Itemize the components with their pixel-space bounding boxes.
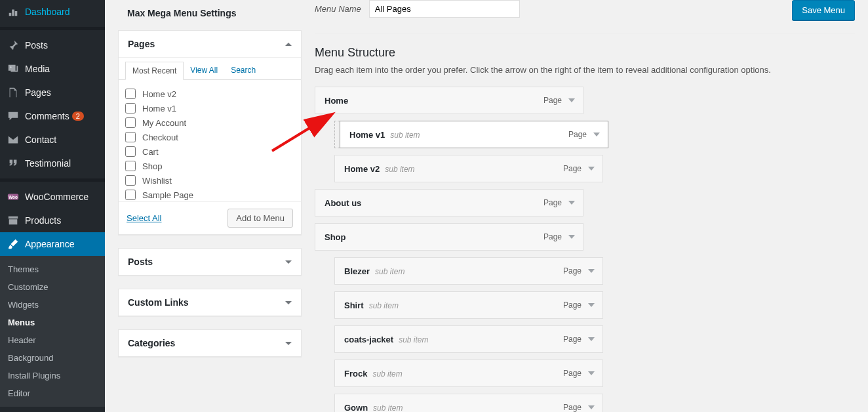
sidebar-item-comments[interactable]: Comments2 — [0, 104, 105, 128]
menu-item[interactable]: About usPage — [315, 189, 583, 216]
accordion-custom-links[interactable]: Custom Links — [119, 289, 301, 316]
sidebar-item-label: Contact — [25, 134, 56, 145]
menu-item-toggle[interactable]: Page — [563, 300, 595, 310]
menu-item-toggle[interactable]: Page — [543, 198, 575, 207]
submenu-item-widgets[interactable]: Widgets — [0, 296, 105, 314]
submenu-item-background[interactable]: Background — [0, 349, 105, 367]
chevron-down-icon — [588, 303, 595, 307]
page-checkbox[interactable] — [125, 117, 136, 128]
menu-item[interactable]: coats-jacketsub itemPage — [334, 325, 603, 353]
page-label: Home v1 — [142, 104, 176, 113]
menu-item-name: Home v2 — [344, 164, 380, 174]
menu-item-toggle[interactable]: Page — [543, 232, 575, 241]
page-checkbox[interactable] — [125, 103, 136, 113]
menu-item-name: Home v1 — [349, 130, 385, 140]
menu-item[interactable]: Shirtsub itemPage — [334, 291, 603, 319]
sidebar-item-label: Comments — [25, 111, 69, 121]
menu-item[interactable]: ShopPage — [315, 223, 583, 251]
submenu-item-menus[interactable]: Menus — [0, 314, 105, 331]
tab-most-recent[interactable]: Most Recent — [125, 62, 184, 80]
sidebar-item-testimonial[interactable]: Testimonial — [0, 152, 105, 175]
menu-item[interactable]: Home v2sub itemPage — [334, 155, 603, 182]
page-checkbox-row[interactable]: Sample Page — [125, 188, 294, 201]
menu-name-input[interactable] — [369, 0, 520, 18]
menu-item-name: About us — [325, 198, 361, 208]
submenu-item-header[interactable]: Header — [0, 331, 105, 349]
menu-item-toggle[interactable]: Page — [563, 403, 595, 412]
page-checkbox-row[interactable]: Cart — [125, 144, 294, 159]
accordion-categories[interactable]: Categories — [119, 330, 301, 356]
accordion-posts[interactable]: Posts — [119, 249, 301, 275]
select-all-link[interactable]: Select All — [127, 213, 161, 223]
accordion-mega-menu[interactable]: Max Mega Menu Settings — [118, 0, 302, 26]
submenu-item-customize[interactable]: Customize — [0, 278, 105, 296]
comment-icon — [7, 110, 20, 123]
page-checkbox[interactable] — [125, 89, 136, 99]
page-checkbox-row[interactable]: My Account — [125, 115, 294, 130]
menu-item[interactable]: Frocksub itemPage — [334, 360, 603, 387]
svg-point-0 — [10, 66, 11, 68]
tab-search[interactable]: Search — [224, 62, 262, 79]
sidebar-item-label: Pages — [25, 87, 51, 98]
menu-item-toggle[interactable]: Page — [568, 130, 600, 139]
sidebar-item-contact[interactable]: Contact — [0, 128, 105, 152]
menu-item[interactable]: Home v1sub itemPage — [340, 121, 608, 148]
menu-item[interactable]: HomePage — [315, 87, 583, 114]
accordion-pages[interactable]: Pages — [119, 31, 301, 58]
submenu-item-install-plugins[interactable]: Install Plugins — [0, 367, 105, 384]
page-checkbox[interactable] — [125, 161, 136, 171]
page-checkbox-row[interactable]: Home v2 — [125, 87, 294, 101]
page-checkbox-row[interactable]: Checkout — [125, 130, 294, 144]
page-checkbox[interactable] — [125, 132, 136, 142]
menu-item-toggle[interactable]: Page — [563, 369, 595, 378]
chevron-down-icon — [588, 371, 595, 375]
menu-item-toggle[interactable]: Page — [543, 96, 575, 105]
page-checkbox[interactable] — [125, 175, 136, 186]
page-checkbox[interactable] — [125, 190, 136, 200]
sidebar-item-dashboard[interactable]: Dashboard — [0, 0, 105, 24]
submenu-item-editor[interactable]: Editor — [0, 384, 105, 402]
sidebar-item-label: Appearance — [25, 239, 75, 249]
sidebar-item-woocommerce[interactable]: WooWooCommerce — [0, 185, 105, 209]
menu-settings-column: Max Mega Menu Settings Pages Most Recent… — [105, 0, 302, 412]
sidebar-item-media[interactable]: Media — [0, 57, 105, 81]
media-icon — [7, 62, 20, 75]
menu-item-type: Page — [543, 96, 562, 105]
page-label: Sample Page — [142, 190, 193, 200]
sidebar-item-posts[interactable]: Posts — [0, 33, 105, 57]
submenu-item-themes[interactable]: Themes — [0, 260, 105, 278]
appearance-submenu: ThemesCustomizeWidgetsMenusHeaderBackgro… — [0, 256, 105, 407]
menu-item-toggle[interactable]: Page — [563, 266, 595, 276]
menu-structure-desc: Drag each item into the order you prefer… — [315, 65, 855, 75]
menu-item-toggle[interactable]: Page — [563, 335, 595, 344]
sidebar-item-products[interactable]: Products — [0, 209, 105, 232]
page-label: My Account — [142, 118, 186, 128]
pages-checklist[interactable]: Home v2Home v1My AccountCheckoutCartShop… — [119, 80, 301, 201]
page-checkbox[interactable] — [125, 146, 136, 157]
chevron-up-icon — [285, 43, 292, 46]
menu-item[interactable]: Blezersub itemPage — [334, 257, 603, 285]
menu-item-name: Blezer — [344, 266, 370, 276]
menu-item-name: Shop — [325, 232, 346, 242]
page-checkbox-row[interactable]: Wishlist — [125, 173, 294, 188]
sidebar-item-pages[interactable]: Pages — [0, 81, 105, 104]
page-label: Home v2 — [142, 89, 176, 99]
menu-item-toggle[interactable]: Page — [563, 164, 595, 173]
woo-icon: Woo — [7, 190, 20, 203]
admin-sidebar: DashboardPostsMediaPagesComments2Contact… — [0, 0, 105, 412]
sidebar-item-label: WooCommerce — [25, 192, 89, 202]
menu-item[interactable]: Gownsub itemPage — [334, 394, 603, 412]
sidebar-item-appearance[interactable]: Appearance — [0, 232, 105, 256]
menu-structure-heading: Menu Structure — [315, 46, 855, 60]
page-checkbox-row[interactable]: Home v1 — [125, 101, 294, 115]
chevron-down-icon — [588, 337, 595, 341]
add-to-menu-button[interactable]: Add to Menu — [227, 209, 293, 228]
page-checkbox-row[interactable]: Shop — [125, 159, 294, 173]
menu-item-name: Shirt — [344, 300, 364, 310]
tab-view-all[interactable]: View All — [184, 62, 224, 79]
sidebar-item-label: Testimonial — [25, 158, 71, 169]
save-menu-button[interactable]: Save Menu — [792, 0, 855, 20]
menu-items-list: HomePageHome v1sub itemPageHome v2sub it… — [315, 87, 855, 412]
menu-item-name: coats-jacket — [344, 335, 393, 344]
menu-name-label: Menu Name — [315, 4, 361, 14]
